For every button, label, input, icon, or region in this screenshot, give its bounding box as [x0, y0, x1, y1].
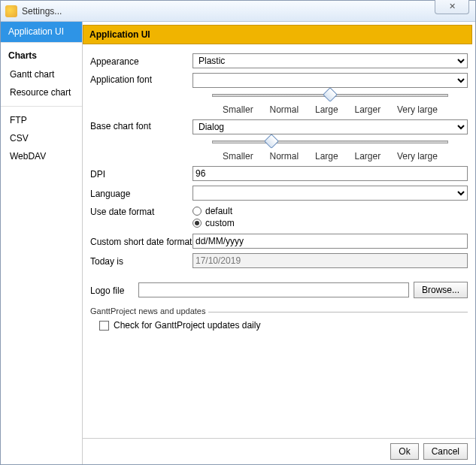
label-custom-short-date: Custom short date format — [90, 235, 193, 247]
sidebar: Application UI Charts Gantt chart Resour… — [1, 22, 83, 464]
fieldset-legend: GanttProject news and updates — [90, 306, 208, 316]
logo-file-input[interactable] — [138, 282, 409, 297]
label-base-chart-font: Base chart font — [90, 119, 193, 131]
settings-window: ✕ Settings... Application UI Charts Gant… — [0, 0, 476, 465]
slider-ticks: Smaller Normal Large Larger Very large — [212, 151, 448, 162]
label-dpi: DPI — [90, 168, 193, 180]
sidebar-item-gantt-chart[interactable]: Gantt chart — [1, 65, 82, 83]
ok-button[interactable]: Ok — [390, 443, 418, 460]
window-title: Settings... — [22, 6, 471, 17]
label-logo-file: Logo file — [90, 284, 134, 296]
slider-ticks: Smaller Normal Large Larger Very large — [212, 104, 448, 115]
application-font-select[interactable] — [193, 73, 468, 88]
dialog-footer: Ok Cancel — [83, 438, 475, 464]
label-use-date-format: Use date format — [90, 205, 193, 217]
label-today-is: Today is — [90, 255, 193, 267]
title-bar: Settings... — [1, 1, 475, 22]
language-select[interactable] — [193, 186, 468, 201]
label-appearance: Appearance — [90, 55, 193, 67]
checkbox-icon — [99, 321, 109, 331]
sidebar-item-resource-chart[interactable]: Resource chart — [1, 83, 82, 101]
close-button[interactable]: ✕ — [435, 0, 469, 14]
base-chart-font-slider[interactable] — [212, 137, 448, 148]
page-title: Application UI — [83, 25, 472, 44]
radio-icon — [193, 207, 202, 216]
sidebar-group-charts[interactable]: Charts — [1, 42, 82, 65]
news-updates-fieldset: GanttProject news and updates Check for … — [90, 312, 468, 334]
base-chart-font-select[interactable]: Dialog — [193, 119, 468, 134]
sidebar-item-csv[interactable]: CSV — [1, 129, 82, 147]
check-updates-checkbox[interactable]: Check for GanttProject updates daily — [93, 320, 465, 331]
appearance-select[interactable]: Plastic — [193, 53, 468, 68]
radio-icon — [193, 219, 202, 228]
app-icon — [5, 5, 17, 17]
sidebar-item-application-ui[interactable]: Application UI — [1, 22, 82, 42]
radio-default[interactable]: default — [193, 205, 468, 217]
application-font-slider[interactable] — [212, 91, 448, 101]
label-language: Language — [90, 187, 193, 199]
sidebar-divider — [1, 106, 82, 107]
cancel-button[interactable]: Cancel — [423, 443, 468, 460]
sidebar-item-ftp[interactable]: FTP — [1, 111, 82, 129]
today-is-input — [193, 253, 468, 268]
radio-custom[interactable]: custom — [193, 217, 468, 229]
sidebar-item-webdav[interactable]: WebDAV — [1, 147, 82, 165]
custom-short-date-input[interactable] — [193, 234, 468, 249]
browse-button[interactable]: Browse... — [414, 282, 468, 298]
dpi-input[interactable] — [193, 166, 468, 181]
label-application-font: Application font — [90, 73, 193, 85]
